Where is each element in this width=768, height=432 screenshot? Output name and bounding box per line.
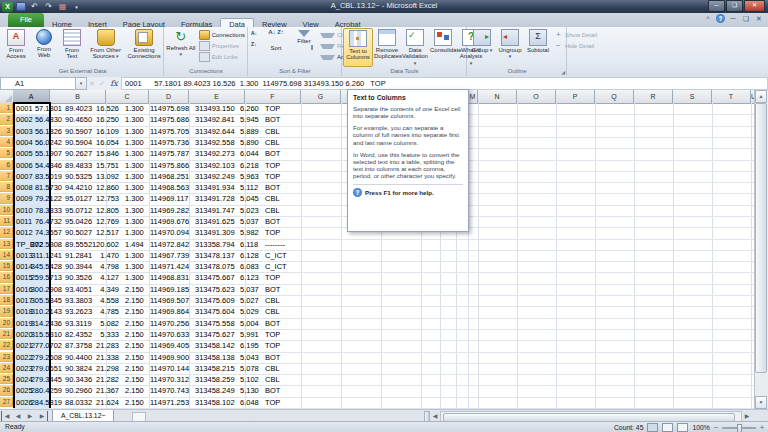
cell-value[interactable]: 15.846	[91, 148, 119, 159]
cell-value[interactable]: 345.5428	[23, 261, 62, 272]
cell-label[interactable]: CBL	[265, 193, 325, 204]
cell-value[interactable]: 114968.251	[150, 171, 194, 182]
cell-value[interactable]: 114975.686	[150, 114, 194, 125]
help-icon[interactable]: ?	[716, 14, 725, 23]
row-header-5[interactable]: 5	[0, 148, 13, 158]
cell-value[interactable]: 114970.312	[150, 374, 194, 385]
cell-value[interactable]: 2.150	[125, 306, 149, 317]
cell-value[interactable]: 313493.150	[195, 103, 239, 114]
cell-value[interactable]: 114968.831	[150, 272, 194, 283]
cell-label[interactable]: CBL	[265, 205, 325, 216]
cell-value[interactable]: 114969.185	[150, 284, 194, 295]
zoom-out-icon[interactable]: −	[714, 423, 718, 432]
cell-value[interactable]: 1.300	[125, 171, 149, 182]
column-header-o[interactable]: O	[517, 90, 556, 104]
cell-value[interactable]: 114971.424	[150, 261, 194, 272]
cell-value[interactable]: 54.4346	[23, 160, 62, 171]
cell-value[interactable]: 5.023	[240, 205, 264, 216]
column-header-b[interactable]: B	[50, 90, 106, 104]
cell-value[interactable]: 2.150	[125, 284, 149, 295]
cell-value[interactable]: 284.5819	[23, 397, 62, 408]
cell-value[interactable]: 12.805	[91, 205, 119, 216]
cell-value[interactable]: 12.753	[91, 193, 119, 204]
row-header-4[interactable]: 4	[0, 137, 13, 147]
normal-view-icon[interactable]	[647, 423, 658, 432]
cell-value[interactable]: 114975.698	[150, 103, 194, 114]
cell-label[interactable]: BOT	[265, 284, 325, 295]
cell-label[interactable]: BOT	[265, 385, 325, 396]
next-sheet-icon[interactable]: ▶	[25, 411, 35, 421]
cell-value[interactable]: 313492.558	[195, 137, 239, 148]
cell-value[interactable]: 21.367	[91, 385, 119, 396]
cell-value[interactable]: 21.338	[91, 352, 119, 363]
cell-value[interactable]: 313358.794	[195, 239, 239, 250]
cell-value[interactable]: 6.260	[240, 103, 264, 114]
cell-label[interactable]: TOP	[265, 397, 325, 408]
workbook-minimize-icon[interactable]: ─	[728, 15, 738, 22]
cell-value[interactable]: 1.300	[125, 227, 149, 238]
cell-label[interactable]: TOP	[265, 171, 325, 182]
cell-value[interactable]: 313492.249	[195, 171, 239, 182]
cell-value[interactable]: 114970.094	[150, 227, 194, 238]
cell-value[interactable]: 313491.625	[195, 216, 239, 227]
scroll-up-icon[interactable]: ▲	[755, 90, 767, 103]
cell-value[interactable]: 5.889	[240, 126, 264, 137]
cell-value[interactable]: 313491.747	[195, 205, 239, 216]
cell-label[interactable]: C_ICT	[265, 250, 325, 261]
cell-value[interactable]: 313478.075	[195, 261, 239, 272]
from-web-button[interactable]: From Web	[30, 28, 58, 67]
azs-icon-button[interactable]: A↓	[249, 29, 262, 40]
row-header-18[interactable]: 18	[0, 295, 13, 305]
row-header-26[interactable]: 26	[0, 385, 13, 395]
cell-value[interactable]: 315.5310	[23, 329, 62, 340]
cell-value[interactable]: 2.150	[125, 374, 149, 385]
cell-label[interactable]: CBL	[265, 374, 325, 385]
cell-value[interactable]: 313475.623	[195, 284, 239, 295]
cell-label[interactable]: TOP	[265, 160, 325, 171]
cell-value[interactable]: 114969.864	[150, 306, 194, 317]
cell-value[interactable]: 15.751	[91, 160, 119, 171]
cell-value[interactable]: 5.027	[240, 295, 264, 306]
cell-value[interactable]: 12.517	[91, 227, 119, 238]
cell-value[interactable]: 5.982	[240, 227, 264, 238]
cell-value[interactable]: 55.1907	[23, 148, 62, 159]
collapse-ribbon-icon[interactable]: ^	[703, 15, 713, 22]
row-header-6[interactable]: 6	[0, 160, 13, 170]
cell-value[interactable]: 313478.137	[195, 250, 239, 261]
cell-value[interactable]: 313491.728	[195, 193, 239, 204]
from-text-button[interactable]: From Text	[58, 28, 86, 67]
cell-value[interactable]: 1.470	[91, 250, 119, 261]
cell-label[interactable]: TOP	[265, 103, 325, 114]
cell-value[interactable]: 1.300	[125, 182, 149, 193]
cell-value[interactable]: 6.128	[240, 250, 264, 261]
insert-function-icon[interactable]: fx	[107, 79, 121, 88]
row-header-19[interactable]: 19	[0, 306, 13, 316]
cell-value[interactable]: 2.150	[125, 385, 149, 396]
ungroup-button[interactable]: Ungroup ▾	[496, 28, 524, 67]
zas-icon-button[interactable]: Z↓	[249, 40, 262, 51]
cell-value[interactable]: 5.043	[240, 352, 264, 363]
connections-button[interactable]: Connections	[197, 29, 247, 40]
row-header-23[interactable]: 23	[0, 352, 13, 362]
cell-label[interactable]: CBL	[265, 295, 325, 306]
cell-label[interactable]: BOT	[265, 318, 325, 329]
cell-value[interactable]: 5.963	[240, 171, 264, 182]
cell-value[interactable]: 300.2908	[23, 284, 62, 295]
cell-value[interactable]: 1.300	[125, 205, 149, 216]
column-header-e[interactable]: E	[189, 90, 245, 104]
cell-value[interactable]: 76.4732	[23, 216, 62, 227]
column-header-d[interactable]: D	[149, 90, 189, 104]
cell-value[interactable]: 279.0651	[23, 363, 62, 374]
cell-value[interactable]: 79.2122	[23, 193, 62, 204]
cell-label[interactable]: BOT	[265, 216, 325, 227]
workbook-close-icon[interactable]: ✕	[754, 15, 764, 23]
page-break-view-icon[interactable]	[677, 423, 688, 432]
last-sheet-icon[interactable]: ▶	[37, 411, 48, 421]
cell-value[interactable]: 313458.215	[195, 363, 239, 374]
cell-value[interactable]: 5.890	[240, 137, 264, 148]
cell-value[interactable]: 16.250	[91, 114, 119, 125]
cell-value[interactable]: 81.5730	[23, 182, 62, 193]
cell-value[interactable]: 114969.117	[150, 193, 194, 204]
cell-value[interactable]: 313458.138	[195, 352, 239, 363]
maximize-button[interactable]: ❏	[726, 0, 743, 12]
